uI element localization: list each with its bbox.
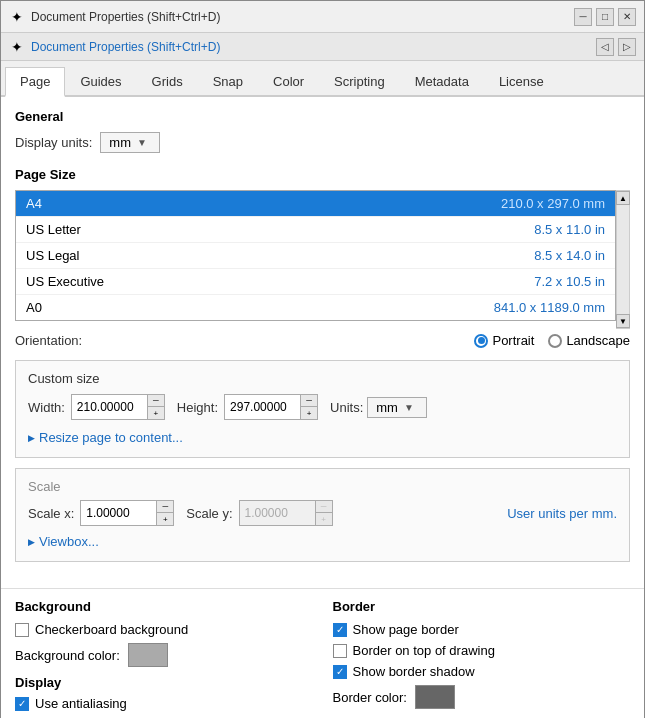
tab-guides[interactable]: Guides — [65, 67, 136, 97]
height-steppers: ─ + — [300, 395, 317, 419]
page-size-list-container: A4 210.0 x 297.0 mm US Letter 8.5 x 11.0… — [15, 190, 630, 329]
display-units-row: Display units: mm ▼ — [15, 132, 630, 153]
custom-size-section: Custom size Width: ─ + Height: — [15, 360, 630, 458]
page-size-name-usexecutive: US Executive — [26, 274, 534, 289]
show-border-shadow-label: Show border shadow — [353, 664, 475, 679]
page-size-row-uslegal[interactable]: US Legal 8.5 x 14.0 in — [16, 243, 615, 269]
restore-button[interactable]: □ — [596, 8, 614, 26]
show-border-shadow-checkbox[interactable]: ✓ — [333, 665, 347, 679]
tab-page[interactable]: Page — [5, 67, 65, 97]
page-size-row-a4[interactable]: A4 210.0 x 297.0 mm — [16, 191, 615, 217]
scale-row: Scale x: ─ + Scale y: — [28, 500, 617, 526]
scale-x-minus-btn[interactable]: ─ — [157, 501, 173, 513]
checkerboard-label: Checkerboard background — [35, 622, 188, 637]
bg-color-row: Background color: — [15, 643, 313, 667]
tab-grids[interactable]: Grids — [137, 67, 198, 97]
bg-color-swatch[interactable] — [128, 643, 168, 667]
tab-color[interactable]: Color — [258, 67, 319, 97]
width-minus-btn[interactable]: ─ — [148, 395, 164, 407]
page-size-scrollbar[interactable]: ▲ ▼ — [616, 190, 630, 329]
page-size-name-usletter: US Letter — [26, 222, 534, 237]
border-on-top-row[interactable]: Border on top of drawing — [333, 643, 631, 658]
page-size-row-a0[interactable]: A0 841.0 x 1189.0 mm — [16, 295, 615, 320]
scale-y-label: Scale y: — [186, 506, 232, 521]
title-bar-left: ✦ Document Properties (Shift+Ctrl+D) — [9, 9, 220, 25]
height-plus-btn[interactable]: + — [301, 407, 317, 419]
scale-y-group: Scale y: ─ + — [186, 500, 332, 526]
tab-scripting[interactable]: Scripting — [319, 67, 400, 97]
resize-triangle-icon: ▶ — [28, 433, 35, 443]
display-units-arrow: ▼ — [137, 137, 147, 148]
page-size-dims-uslegal: 8.5 x 14.0 in — [534, 248, 605, 263]
display-units-dropdown[interactable]: mm ▼ — [100, 132, 160, 153]
antialiasing-row[interactable]: ✓ Use antialiasing — [15, 696, 313, 711]
page-size-title: Page Size — [15, 167, 630, 182]
show-border-shadow-row[interactable]: ✓ Show border shadow — [333, 664, 631, 679]
portrait-label: Portrait — [492, 333, 534, 348]
border-color-swatch[interactable] — [415, 685, 455, 709]
page-size-row-usexecutive[interactable]: US Executive 7.2 x 10.5 in — [16, 269, 615, 295]
width-field-group: Width: ─ + — [28, 394, 165, 420]
width-plus-btn[interactable]: + — [148, 407, 164, 419]
width-steppers: ─ + — [147, 395, 164, 419]
subtitle-btn2[interactable]: ▷ — [618, 38, 636, 56]
general-title: General — [15, 109, 630, 124]
close-button[interactable]: ✕ — [618, 8, 636, 26]
scale-y-minus-btn: ─ — [316, 501, 332, 513]
orientation-row: Orientation: Portrait Landscape — [15, 329, 630, 352]
scale-x-plus-btn[interactable]: + — [157, 513, 173, 525]
app-icon: ✦ — [9, 9, 25, 25]
display-section: Display ✓ Use antialiasing — [15, 675, 313, 711]
tab-license[interactable]: License — [484, 67, 559, 97]
width-input[interactable] — [72, 397, 147, 417]
antialiasing-checkbox[interactable]: ✓ — [15, 697, 29, 711]
scale-x-input[interactable] — [81, 503, 156, 523]
height-label: Height: — [177, 400, 218, 415]
scroll-track[interactable] — [617, 205, 629, 314]
scroll-up-btn[interactable]: ▲ — [616, 191, 630, 205]
portrait-radio[interactable] — [474, 334, 488, 348]
page-size-name-a0: A0 — [26, 300, 494, 315]
page-size-dims-a0: 841.0 x 1189.0 mm — [494, 300, 605, 315]
bg-color-label: Background color: — [15, 648, 120, 663]
display-units-value: mm — [109, 135, 131, 150]
bottom-section: Background Checkerboard background Backg… — [1, 588, 644, 718]
subtitle-icon: ✦ — [9, 39, 25, 55]
show-page-border-label: Show page border — [353, 622, 459, 637]
tab-snap[interactable]: Snap — [198, 67, 258, 97]
border-color-row: Border color: — [333, 685, 631, 709]
show-page-border-row[interactable]: ✓ Show page border — [333, 622, 631, 637]
orientation-radio-group: Portrait Landscape — [474, 333, 630, 348]
height-minus-btn[interactable]: ─ — [301, 395, 317, 407]
subtitle-btn1[interactable]: ◁ — [596, 38, 614, 56]
tab-metadata[interactable]: Metadata — [400, 67, 484, 97]
portrait-option[interactable]: Portrait — [474, 333, 534, 348]
scroll-down-btn[interactable]: ▼ — [616, 314, 630, 328]
main-window: ✦ Document Properties (Shift+Ctrl+D) ─ □… — [0, 0, 645, 718]
page-size-dims-usletter: 8.5 x 11.0 in — [534, 222, 605, 237]
scale-x-label: Scale x: — [28, 506, 74, 521]
units-value: mm — [376, 400, 398, 415]
content-area: General Display units: mm ▼ Page Size A4… — [1, 97, 644, 588]
orientation-label: Orientation: — [15, 333, 474, 348]
title-bar: ✦ Document Properties (Shift+Ctrl+D) ─ □… — [1, 1, 644, 33]
height-input[interactable] — [225, 397, 300, 417]
custom-size-row: Width: ─ + Height: — [28, 394, 617, 420]
landscape-option[interactable]: Landscape — [548, 333, 630, 348]
landscape-radio[interactable] — [548, 334, 562, 348]
border-on-top-checkbox[interactable] — [333, 644, 347, 658]
page-size-list: A4 210.0 x 297.0 mm US Letter 8.5 x 11.0… — [15, 190, 616, 329]
page-size-listbox: A4 210.0 x 297.0 mm US Letter 8.5 x 11.0… — [15, 190, 616, 321]
checkerboard-checkbox[interactable] — [15, 623, 29, 637]
page-size-dims-a4: 210.0 x 297.0 mm — [501, 196, 605, 211]
show-page-border-checkbox[interactable]: ✓ — [333, 623, 347, 637]
resize-link[interactable]: ▶ Resize page to content... — [28, 428, 617, 447]
checkerboard-row[interactable]: Checkerboard background — [15, 622, 313, 637]
scale-x-group: Scale x: ─ + — [28, 500, 174, 526]
minimize-button[interactable]: ─ — [574, 8, 592, 26]
page-size-row-usletter[interactable]: US Letter 8.5 x 11.0 in — [16, 217, 615, 243]
units-dropdown[interactable]: mm ▼ — [367, 397, 427, 418]
scale-x-input-group: ─ + — [80, 500, 174, 526]
viewbox-link[interactable]: ▶ Viewbox... — [28, 532, 617, 551]
scale-y-input — [240, 503, 315, 523]
